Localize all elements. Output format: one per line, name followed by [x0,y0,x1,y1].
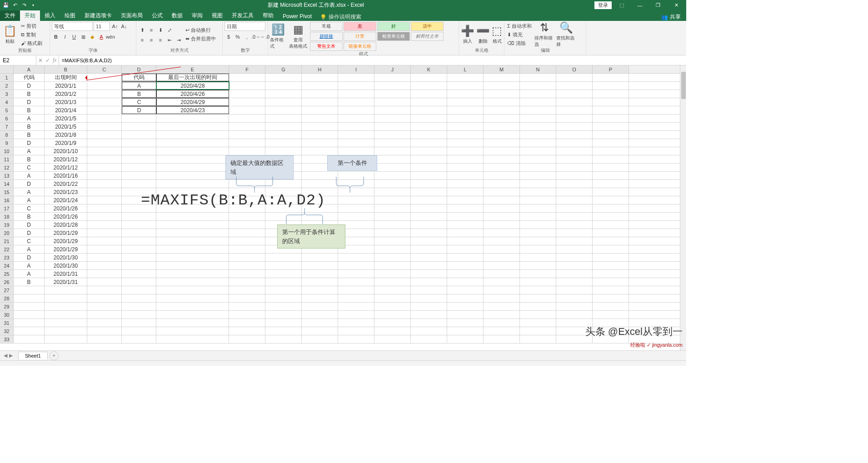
cell[interactable] [265,147,302,155]
cell[interactable] [229,319,265,327]
cell-A4[interactable]: D [14,98,45,106]
copy-button[interactable]: ⧉复制 [20,30,43,39]
cell-E3[interactable]: 2020/4/26 [156,90,229,98]
cell[interactable] [265,106,302,114]
cell[interactable] [593,254,629,261]
cell[interactable] [520,303,556,310]
cell-B13[interactable]: 2020/1/16 [45,172,87,179]
cell[interactable] [265,131,302,139]
cell[interactable] [45,294,87,302]
cell[interactable] [156,213,229,220]
cell[interactable] [156,155,229,163]
cell[interactable] [411,155,447,163]
cell[interactable] [122,123,156,130]
cell-B21[interactable]: 2020/1/29 [45,237,87,245]
cell[interactable] [87,139,122,147]
cell[interactable] [593,90,629,98]
cell[interactable] [265,74,302,81]
style-linked[interactable]: 链接单元格 [344,42,376,51]
cell[interactable] [520,123,556,130]
row-header[interactable]: 22 [0,245,14,253]
cell[interactable] [338,327,374,335]
cell[interactable] [484,106,520,114]
col-header-K[interactable]: K [411,65,447,73]
redo-icon[interactable]: ↷ [20,1,28,10]
cell[interactable] [447,196,484,204]
comma-icon[interactable]: , [243,33,251,41]
cell[interactable] [229,221,265,229]
cell[interactable] [122,245,156,253]
cell[interactable] [338,278,374,286]
cell[interactable] [484,90,520,98]
cell[interactable] [447,172,484,179]
name-box[interactable]: E2 [0,55,36,65]
wrap-text-button[interactable]: ↩自动换行 [185,26,217,35]
increase-font-icon[interactable]: A↑ [111,22,119,30]
align-left-icon[interactable]: ≡ [138,36,146,44]
cell[interactable] [593,204,629,212]
cell[interactable] [447,270,484,278]
cell[interactable] [484,74,520,81]
cell[interactable] [520,139,556,147]
cell[interactable] [374,82,411,90]
add-sheet-button[interactable]: + [50,351,59,360]
cell[interactable] [45,311,87,319]
cell[interactable] [229,335,265,343]
cell[interactable] [556,221,593,229]
cell[interactable] [411,213,447,220]
cell[interactable] [122,278,156,286]
cell[interactable] [87,303,122,310]
cell-A3[interactable]: B [14,90,45,98]
cell[interactable] [229,98,265,106]
cell[interactable] [338,98,374,106]
cell[interactable] [484,303,520,310]
cell-D2[interactable]: A [122,82,156,90]
cell[interactable] [122,327,156,335]
cell[interactable] [520,204,556,212]
cell[interactable] [484,286,520,294]
tab-file[interactable]: 文件 [0,10,20,21]
cell[interactable] [447,106,484,114]
login-button[interactable]: 登录 [594,1,612,9]
style-link[interactable]: 超链接 [310,32,343,41]
cell[interactable] [265,82,302,90]
vertical-scrollbar[interactable] [680,65,686,350]
cell[interactable] [556,131,593,139]
cell[interactable] [593,262,629,269]
cell-A21[interactable]: C [14,237,45,245]
cell[interactable] [411,204,447,212]
cell[interactable] [87,270,122,278]
cell[interactable] [520,196,556,204]
cell[interactable] [14,311,45,319]
cell[interactable] [122,180,156,188]
cell[interactable] [447,139,484,147]
row-header[interactable]: 26 [0,278,14,286]
cell[interactable] [484,229,520,237]
cell[interactable] [484,98,520,106]
cell[interactable] [338,139,374,147]
tab-data[interactable]: 数据 [167,10,187,21]
cell[interactable] [556,270,593,278]
cell-B14[interactable]: 2020/1/22 [45,180,87,188]
align-middle-icon[interactable]: ≡ [147,26,155,34]
ribbon-options-icon[interactable]: ⬚ [614,1,630,10]
cell[interactable] [520,311,556,319]
row-header[interactable]: 12 [0,164,14,171]
cell[interactable] [302,319,338,327]
col-header-M[interactable]: M [484,65,520,73]
cell[interactable] [156,270,229,278]
cell-B4[interactable]: 2020/1/3 [45,98,87,106]
cell[interactable] [302,286,338,294]
cell-A24[interactable]: A [14,262,45,269]
cell[interactable] [593,139,629,147]
cell[interactable] [87,319,122,327]
sort-filter-button[interactable]: ⇅排序和筛选 [534,22,554,47]
cell[interactable] [520,188,556,196]
cell[interactable] [447,229,484,237]
align-bottom-icon[interactable]: ⬇ [156,26,165,34]
cell-B18[interactable]: 2020/1/26 [45,213,87,220]
font-name-select[interactable]: 等线 [52,22,93,31]
tab-powerpivot[interactable]: Power Pivot [278,12,316,21]
row-header[interactable]: 28 [0,294,14,302]
cell[interactable] [156,123,229,130]
